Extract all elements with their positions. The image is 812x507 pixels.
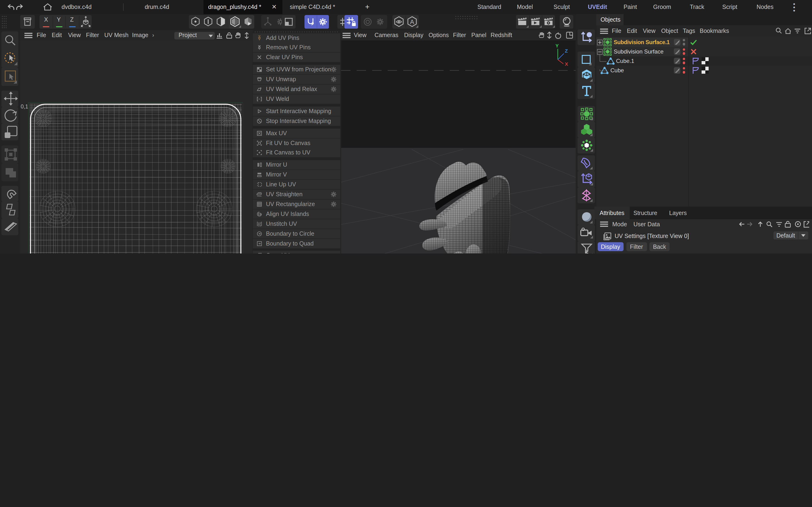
svg-text:Z: Z (565, 48, 568, 54)
svg-text:X: X (565, 61, 568, 66)
svg-text:Y: Y (555, 43, 559, 48)
svg-text:A: A (410, 18, 414, 25)
